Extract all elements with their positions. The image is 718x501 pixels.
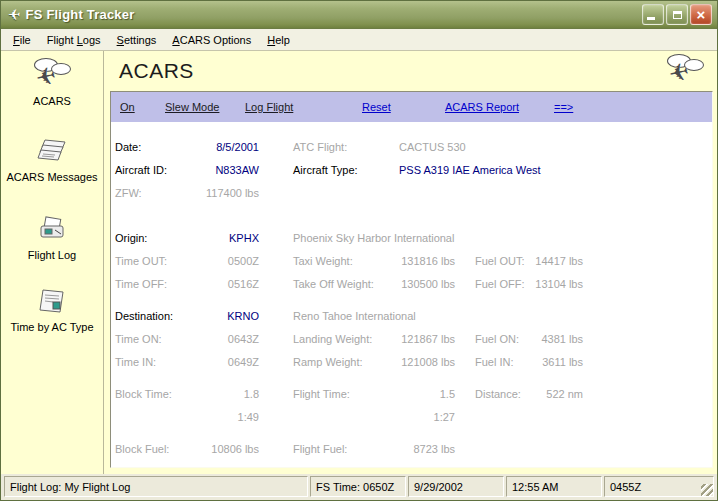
- field-value: 121008 lbs: [399, 351, 455, 374]
- field-label: Aircraft Type:: [293, 159, 399, 182]
- field-label: Distance:: [475, 383, 533, 406]
- sidebar-item-acars[interactable]: ✈ACARS: [4, 57, 100, 107]
- menu-item-settings[interactable]: Settings: [109, 31, 165, 49]
- sidebar-item-flight-log[interactable]: Flight Log: [4, 211, 100, 261]
- field-value: KRNO: [197, 305, 259, 328]
- field-value: 0500Z: [197, 250, 259, 273]
- field-value: PSS A319 IAE America West: [399, 159, 583, 182]
- field-value: 131816 lbs: [399, 250, 455, 273]
- field-label: Fuel ON:: [475, 328, 533, 351]
- toolbar-slot: On: [120, 101, 165, 113]
- flight-row: Aircraft ID:N833AWAircraft Type:PSS A319…: [115, 159, 708, 182]
- field-value: 522 nm: [533, 383, 583, 406]
- field-value: 121867 lbs: [399, 328, 455, 351]
- toolbar-link-on[interactable]: On: [120, 101, 135, 113]
- field-label: Fuel OFF:: [475, 273, 533, 296]
- menu-item-file[interactable]: File: [5, 31, 39, 49]
- flight-row: Date:8/5/2001ATC Flight:CACTUS 530: [115, 136, 708, 159]
- toolbar-slot: Log Flight: [245, 101, 362, 113]
- field-label: ZFW:: [115, 182, 197, 205]
- field-label: Taxi Weight:: [293, 250, 399, 273]
- field-value: 13104 lbs: [533, 273, 583, 296]
- minimize-icon: [647, 17, 655, 20]
- field-value: KPHX: [197, 227, 259, 250]
- toolbar-link-acars-report[interactable]: ACARS Report: [445, 101, 519, 113]
- field-value: 8/5/2001: [197, 136, 259, 159]
- maximize-icon: [673, 11, 682, 19]
- flight-row: Time IN:0649ZRamp Weight:121008 lbsFuel …: [115, 351, 708, 374]
- sidebar-item-acars-messages[interactable]: ACARS Messages: [4, 133, 100, 183]
- flight-row: Origin:KPHXPhoenix Sky Harbor Internatio…: [115, 227, 708, 250]
- flight-row: Block Fuel:10806 lbsFlight Fuel:8723 lbs: [115, 438, 708, 461]
- resize-grip-icon[interactable]: [701, 484, 713, 496]
- field-value: 1.8: [197, 383, 259, 406]
- acars-toolbar: OnSlew ModeLog FlightResetACARS Report==…: [111, 92, 712, 122]
- toolbar-link-reset[interactable]: Reset: [362, 101, 391, 113]
- field-label: Time IN:: [115, 351, 197, 374]
- field-value: 130500 lbs: [399, 273, 455, 296]
- field-value: 8723 lbs: [399, 438, 455, 461]
- acars-panel: OnSlew ModeLog FlightResetACARS Report==…: [110, 91, 713, 468]
- flight-row: Block Time:1.8Flight Time:1.5Distance:52…: [115, 383, 708, 406]
- window-controls: ×: [642, 4, 712, 25]
- toolbar-link-[interactable]: ==>: [554, 101, 573, 113]
- flight-data: Date:8/5/2001ATC Flight:CACTUS 530Aircra…: [111, 122, 712, 461]
- field-label: Aircraft ID:: [115, 159, 197, 182]
- sidebar-item-time-by-ac-type[interactable]: Time by AC Type: [4, 283, 100, 333]
- flight-row: ZFW:117400 lbs: [115, 182, 708, 205]
- toolbar-link-log-flight[interactable]: Log Flight: [245, 101, 293, 113]
- field-label: Origin:: [115, 227, 197, 250]
- sidebar-item-label: ACARS: [33, 95, 71, 107]
- menu-item-flight-logs[interactable]: Flight Logs: [39, 31, 109, 49]
- field-value: 0643Z: [197, 328, 259, 351]
- field-label: Time ON:: [115, 328, 197, 351]
- field-value: 14417 lbs: [533, 250, 583, 273]
- field-label: Fuel OUT:: [475, 250, 533, 273]
- flight-row: Time OUT:0500ZTaxi Weight:131816 lbsFuel…: [115, 250, 708, 273]
- field-label: ATC Flight:: [293, 136, 399, 159]
- statusbar-panel-3: 12:55 AM: [506, 476, 602, 497]
- field-value: 1:27: [399, 406, 455, 429]
- statusbar-text: Flight Log: My Flight Log: [10, 481, 130, 493]
- page-header: ACARS ✈: [104, 51, 717, 91]
- page-title: ACARS: [119, 59, 663, 83]
- flight-log-icon: [35, 211, 69, 247]
- field-label: Time OFF:: [115, 273, 197, 296]
- field-label: Block Time:: [115, 383, 197, 406]
- statusbar-panel-0: Flight Log: My Flight Log: [4, 476, 308, 497]
- field-value: 117400 lbs: [197, 182, 259, 205]
- statusbar: Flight Log: My Flight LogFS Time: 0650Z9…: [1, 474, 717, 500]
- sidebar-item-label: ACARS Messages: [6, 171, 97, 183]
- minimize-button[interactable]: [642, 4, 664, 25]
- acars-plane-icon: ✈: [30, 57, 74, 93]
- maximize-button[interactable]: [666, 4, 688, 25]
- field-label: Block Fuel:: [115, 438, 197, 461]
- titlebar[interactable]: ✈ FS Flight Tracker ×: [1, 1, 717, 29]
- statusbar-text: 12:55 AM: [512, 481, 558, 493]
- flight-row: Time ON:0643ZLanding Weight:121867 lbsFu…: [115, 328, 708, 351]
- toolbar-slot: ==>: [554, 101, 573, 113]
- field-value: 1.5: [399, 383, 455, 406]
- statusbar-panel-1: FS Time: 0650Z: [310, 476, 406, 497]
- field-value: Reno Tahoe International: [293, 305, 583, 328]
- menu-item-help[interactable]: Help: [259, 31, 298, 49]
- main-area: ACARS ✈ OnSlew ModeLog FlightResetACARS …: [104, 51, 717, 474]
- window-title: FS Flight Tracker: [26, 7, 642, 22]
- field-label: Fuel IN:: [475, 351, 533, 374]
- field-value: 0516Z: [197, 273, 259, 296]
- toolbar-link-slew-mode[interactable]: Slew Mode: [165, 101, 219, 113]
- acars-plane-icon: ✈: [663, 53, 709, 89]
- close-icon: ×: [697, 7, 706, 22]
- field-label: Destination:: [115, 305, 197, 328]
- field-label: Flight Time:: [293, 383, 399, 406]
- sidebar-item-label: Flight Log: [28, 249, 76, 261]
- field-value: N833AW: [197, 159, 259, 182]
- acars-messages-icon: [34, 133, 70, 169]
- close-button[interactable]: ×: [690, 4, 712, 25]
- field-value: 4381 lbs: [533, 328, 583, 351]
- sidebar: ✈ACARSACARS MessagesFlight LogTime by AC…: [1, 51, 104, 474]
- field-label: Landing Weight:: [293, 328, 399, 351]
- menu-item-acars-options[interactable]: ACARS Options: [164, 31, 259, 49]
- statusbar-panel-2: 9/29/2002: [408, 476, 504, 497]
- menubar: FileFlight LogsSettingsACARS OptionsHelp: [1, 29, 717, 51]
